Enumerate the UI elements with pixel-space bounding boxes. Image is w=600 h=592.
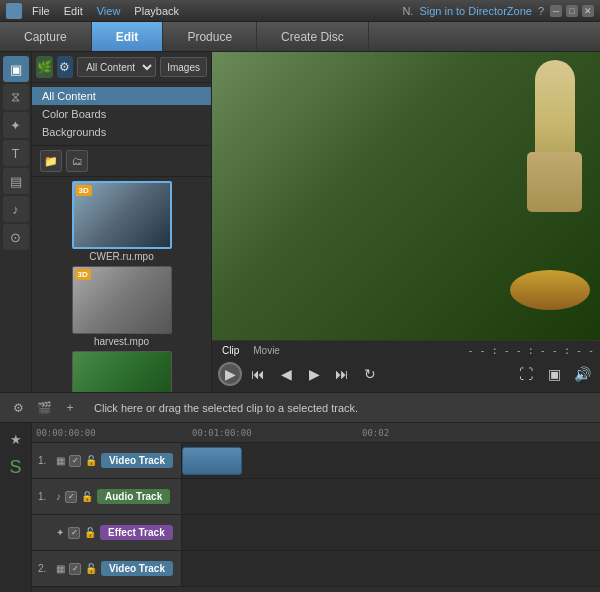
prev-frame-button[interactable]: ◀ [274, 362, 298, 386]
media-label-1: CWER.ru.mpo [89, 251, 153, 262]
preview-video [212, 52, 600, 340]
clip-tab[interactable]: Clip [218, 343, 243, 358]
category-backgrounds[interactable]: Backgrounds [32, 123, 211, 141]
drop-hint-text: Click here or drag the selected clip to … [94, 402, 358, 414]
ruler-mark-2: 00:02 [362, 428, 389, 438]
play-button[interactable]: ▶ [218, 362, 242, 386]
menu-bar: File Edit View Playback [26, 3, 402, 19]
main-content: ▣ ⧖ ✦ T ▤ ♪ ⊙ 🌿 ⚙ All Content Images All… [0, 52, 600, 392]
maximize-button[interactable]: □ [566, 5, 578, 17]
track-checkbox-4[interactable]: ✓ [69, 563, 81, 575]
ruler-mark-1: 00:01:00:00 [192, 428, 252, 438]
sidebar-icon-audio[interactable]: ♪ [3, 196, 29, 222]
track-lock-4[interactable]: 🔓 [85, 563, 97, 574]
go-end-button[interactable]: ⏭ [330, 362, 354, 386]
content-filter-dropdown[interactable]: All Content [77, 57, 156, 77]
loop-button[interactable]: ↻ [358, 362, 382, 386]
images-button[interactable]: Images [160, 57, 207, 77]
import-icon[interactable]: 🌿 [36, 56, 53, 78]
folder-icon[interactable]: 🗂 [66, 150, 88, 172]
volume-button[interactable]: 🔊 [570, 362, 594, 386]
sidebar-icon-media[interactable]: ▣ [3, 56, 29, 82]
timeline-ruler: 00:00:00:00 00:01:00:00 00:02 [32, 423, 600, 443]
tab-edit[interactable]: Edit [92, 22, 164, 51]
left-sidebar: ▣ ⧖ ✦ T ▤ ♪ ⊙ [0, 52, 32, 392]
timeline-icon-2[interactable]: 🎬 [34, 398, 54, 418]
track-header-audio: 1. ♪ ✓ 🔓 Audio Track [32, 479, 182, 514]
folder-open-icon[interactable]: 📁 [40, 150, 62, 172]
category-color-boards[interactable]: Color Boards [32, 105, 211, 123]
track-lock-3[interactable]: 🔓 [84, 527, 96, 538]
tab-capture[interactable]: Capture [0, 22, 92, 51]
media-toolbar: 🌿 ⚙ All Content Images [32, 52, 211, 83]
tab-create-disc[interactable]: Create Disc [257, 22, 369, 51]
track-video-icon-1: ▦ [56, 455, 65, 466]
track-audio-icon: ♪ [56, 491, 61, 502]
track-content-effect[interactable] [182, 515, 600, 550]
track-header-effect: ✦ ✓ 🔓 Effect Track [32, 515, 182, 550]
timeline-snake-icon[interactable]: S [4, 455, 28, 479]
sidebar-icon-transitions[interactable]: ⧖ [3, 84, 29, 110]
audio-track-label[interactable]: Audio Track [97, 489, 170, 504]
list-item[interactable]: Lake.jpg [36, 351, 207, 392]
track-content-video2[interactable] [182, 551, 600, 586]
track-video-icon-2: ▦ [56, 563, 65, 574]
video-track-label-1[interactable]: Video Track [101, 453, 173, 468]
timeline-left-sidebar: ★ S [0, 423, 32, 592]
track-checkbox-2[interactable]: ✓ [65, 491, 77, 503]
track-lock-2[interactable]: 🔓 [81, 491, 93, 502]
menu-view[interactable]: View [91, 3, 127, 19]
menu-edit[interactable]: Edit [58, 3, 89, 19]
timeline-icon-3[interactable]: + [60, 398, 80, 418]
media-thumbnail-2[interactable]: 3D [72, 266, 172, 334]
timeline-area: ★ S 00:00:00:00 00:01:00:00 00:02 1. ▦ ✓ [0, 423, 600, 592]
sidebar-icon-effects[interactable]: ✦ [3, 112, 29, 138]
media-grid-container: 3D CWER.ru.mpo 3D harvest.mpo [32, 177, 211, 392]
track-checkbox-1[interactable]: ✓ [69, 455, 81, 467]
track-lock-1[interactable]: 🔓 [85, 455, 97, 466]
preview-controls: Clip Movie - - : - - : - - : - - ▶ ⏮ ◀ ▶… [212, 340, 600, 392]
list-item[interactable]: 3D harvest.mpo [36, 266, 207, 347]
media-thumbnail-3[interactable] [72, 351, 172, 392]
screen-mode-button[interactable]: ▣ [542, 362, 566, 386]
timeline-star-icon[interactable]: ★ [4, 427, 28, 451]
sidebar-icon-titles[interactable]: T [3, 140, 29, 166]
tab-produce[interactable]: Produce [163, 22, 257, 51]
media-thumbnail-1[interactable]: 3D [72, 181, 172, 249]
screen-buttons: ⛶ ▣ 🔊 [514, 362, 594, 386]
media-grid: 3D CWER.ru.mpo 3D harvest.mpo [32, 177, 211, 392]
timeline-icon-1[interactable]: ⚙ [8, 398, 28, 418]
minimize-button[interactable]: ─ [550, 5, 562, 17]
preview-panel: Clip Movie - - : - - : - - : - - ▶ ⏮ ◀ ▶… [212, 52, 600, 392]
track-content-audio[interactable] [182, 479, 600, 514]
table-row: ✦ ✓ 🔓 Effect Track [32, 515, 600, 551]
go-start-button[interactable]: ⏮ [246, 362, 270, 386]
capture-icon[interactable]: ⚙ [57, 56, 74, 78]
close-button[interactable]: ✕ [582, 5, 594, 17]
table-row: 2. ▦ ✓ 🔓 Video Track [32, 551, 600, 587]
sidebar-icon-capture[interactable]: ⊙ [3, 224, 29, 250]
table-row: 1. ▦ ✓ 🔓 Video Track [32, 443, 600, 479]
timeline-toolbar: ⚙ 🎬 + Click here or drag the selected cl… [0, 393, 600, 423]
menu-file[interactable]: File [26, 3, 56, 19]
help-icon[interactable]: ? [538, 5, 544, 17]
sign-in-link[interactable]: Sign in to DirectorZone [419, 5, 532, 17]
movie-tab[interactable]: Movie [249, 343, 284, 358]
bottom-section: ⚙ 🎬 + Click here or drag the selected cl… [0, 392, 600, 592]
fullscreen-button[interactable]: ⛶ [514, 362, 538, 386]
track-content-video1[interactable] [182, 443, 600, 478]
category-all-content[interactable]: All Content [32, 87, 211, 105]
track-checkbox-3[interactable]: ✓ [68, 527, 80, 539]
app-name: N. [402, 5, 413, 17]
track-effect-icon: ✦ [56, 527, 64, 538]
media-panel: 🌿 ⚙ All Content Images All Content Color… [32, 52, 212, 392]
list-item[interactable]: 3D CWER.ru.mpo [36, 181, 207, 262]
sidebar-icon-something[interactable]: ▤ [3, 168, 29, 194]
title-bar-right: N. Sign in to DirectorZone ? ─ □ ✕ [402, 5, 594, 17]
timeline-main: 00:00:00:00 00:01:00:00 00:02 1. ▦ ✓ 🔓 V… [32, 423, 600, 592]
app-icon [6, 3, 22, 19]
next-frame-button[interactable]: ▶ [302, 362, 326, 386]
effect-track-label[interactable]: Effect Track [100, 525, 173, 540]
video-track-label-2[interactable]: Video Track [101, 561, 173, 576]
menu-playback[interactable]: Playback [128, 3, 185, 19]
